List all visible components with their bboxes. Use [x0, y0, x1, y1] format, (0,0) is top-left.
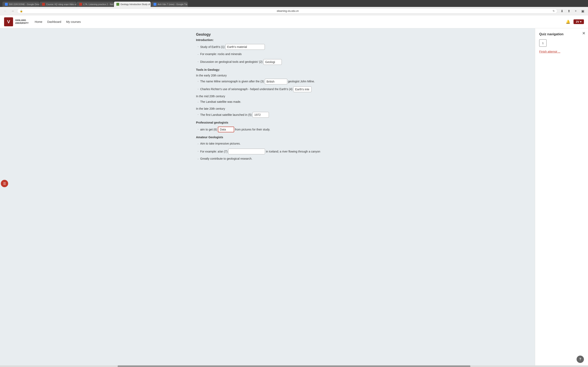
share-button[interactable]: ⬆: [566, 8, 572, 14]
quiz-card: Geology Introduction: · Study of Earth's…: [196, 28, 339, 167]
bullet-text: The Landsat satellite was made.: [200, 100, 241, 104]
new-tab-button[interactable]: +: [573, 8, 579, 14]
item8-after: from pictures for their study.: [235, 127, 270, 132]
browser-tab-tab3[interactable]: L7A. Listening practice 2 - Note/Form/Ta…: [77, 2, 113, 7]
quiz-nav-close-button[interactable]: ✕: [582, 31, 586, 36]
forward-button[interactable]: →: [10, 8, 16, 14]
item11-text: Greatly contribute to geological researc…: [200, 156, 252, 161]
bullet-icon: ·: [198, 127, 199, 132]
address-bar[interactable]: 🔒 elearning.vlu.edu.vn ↻: [17, 8, 557, 13]
item5-before: Charles Richter's use of seismograph - h…: [200, 87, 292, 91]
bullet-text: For example: a/an (7) in Iceland; a rive…: [200, 149, 320, 154]
mid-period-title: In the mid 20th century: [196, 95, 339, 98]
browser-tab-tab5[interactable]: Anh Văn 7 (new) - Google Tài liệu✕: [151, 2, 188, 7]
header-right: 🔔 2V ▾: [566, 19, 584, 24]
bullet-text: Aim to take impressive pictures.: [200, 141, 241, 146]
extensions-button[interactable]: ▣: [580, 8, 586, 14]
toolbar-actions: ⬇ ⬆ + ▣: [559, 8, 586, 14]
user-menu[interactable]: 2V ▾: [573, 19, 584, 24]
bullet-text: Greatly contribute to geological researc…: [200, 156, 252, 161]
list-item: · Greatly contribute to geological resea…: [196, 156, 339, 162]
bullet-text: For example: rocks and minerals: [200, 52, 242, 56]
professional-heading: Professional geologists: [196, 121, 339, 124]
list-item: · The Landsat satellite was made.: [196, 100, 339, 105]
browser-tab-tab2[interactable]: Course: Kỹ năng soạn thảo văn bản - 241.…: [40, 2, 76, 7]
list-item: · For example: a/an (7) in Iceland; a ri…: [196, 149, 339, 154]
bullet-icon: ·: [198, 44, 199, 49]
bullet-text: Charles Richter's use of seismograph - h…: [200, 86, 311, 92]
bullet-icon: ·: [198, 79, 199, 84]
item7-before: The first Landsat satellite launched in …: [200, 113, 251, 117]
quiz-nav-sidebar: ✕ Quiz navigation 1 Finish attempt ...: [535, 28, 588, 367]
bullet-text: The first Landsat satellite launched in …: [200, 112, 269, 118]
list-item: · Charles Richter's use of seismograph -…: [196, 86, 339, 92]
list-item: · aim to get (6) from pictures for their…: [196, 127, 339, 132]
nav-link-home[interactable]: Home: [35, 20, 42, 24]
nav-link-dashboard[interactable]: Dashboard: [47, 20, 61, 24]
answer-input-5[interactable]: [252, 112, 269, 118]
list-item: · The first Landsat satellite launched i…: [196, 112, 339, 118]
nav-link-my-courses[interactable]: My courses: [66, 20, 81, 24]
address-text: elearning.vlu.edu.vn: [24, 9, 552, 12]
chevron-down-icon: ▾: [580, 20, 581, 23]
logo-text: VANLANG UNIVERSITY: [15, 19, 29, 24]
bullet-icon: ·: [198, 149, 199, 154]
late-period-title: In the late 20th century: [196, 107, 339, 110]
lock-icon: 🔒: [20, 9, 23, 12]
answer-input-3[interactable]: [265, 79, 287, 84]
answer-input-7[interactable]: [228, 149, 265, 154]
item1-before: Study of Earth's (1): [200, 45, 224, 49]
subsection-title: Introduction:: [196, 38, 339, 42]
bullet-icon: ·: [198, 156, 199, 162]
item6-text: The Landsat satellite was made.: [200, 100, 241, 104]
content-wrapper: Geology Introduction: · Study of Earth's…: [0, 28, 535, 367]
help-button[interactable]: ?: [577, 356, 584, 363]
main-layout: Geology Introduction: · Study of Earth's…: [0, 28, 588, 367]
bullet-icon: ·: [198, 100, 199, 105]
bullet-text: Discussion on geological tools and geolo…: [200, 59, 282, 65]
item2-text: For example: rocks and minerals: [200, 52, 242, 56]
finish-attempt-link[interactable]: Finish attempt ...: [539, 50, 584, 53]
bottom-scrollbar[interactable]: [0, 365, 588, 367]
browser-tabs: 500 22/8 DONE - Google Drive✕Course: Kỹ …: [2, 2, 586, 7]
bullet-text: The name Milne seismograph is given afte…: [200, 79, 315, 84]
amateur-heading: Amateur Geologists: [196, 136, 339, 139]
bullet-icon: ·: [198, 112, 199, 117]
browser-toolbar: ← → 🔒 elearning.vlu.edu.vn ↻ ⬇ ⬆ + ▣: [0, 7, 588, 15]
answer-input-4[interactable]: [293, 86, 311, 92]
quiz-nav-number-1[interactable]: 1: [539, 39, 546, 47]
list-item: · The name Milne seismograph is given af…: [196, 79, 339, 84]
item3-before: Discussion on geological tools and geolo…: [200, 59, 262, 64]
answer-input-6[interactable]: [218, 127, 234, 132]
browser-tab-tab1[interactable]: 500 22/8 DONE - Google Drive✕: [2, 2, 39, 7]
notifications-button[interactable]: 🔔: [566, 20, 570, 24]
list-item: · Discussion on geological tools and geo…: [196, 59, 339, 65]
download-button[interactable]: ⬇: [559, 8, 565, 14]
nav-links: HomeDashboardMy courses: [35, 20, 81, 24]
item10-before: For example: a/an (7): [200, 149, 227, 154]
list-item: · For example: rocks and minerals: [196, 52, 339, 57]
item9-text: Aim to take impressive pictures.: [200, 141, 241, 146]
item4-after: geologist John Milne.: [288, 79, 315, 83]
section-title: Geology: [196, 33, 339, 37]
app-header: V VANLANG UNIVERSITY HomeDashboardMy cou…: [0, 15, 588, 28]
item4-before: The name Milne seismograph is given afte…: [200, 79, 264, 83]
sidebar-toggle-button[interactable]: ☰: [1, 180, 8, 187]
logo-v: V: [7, 19, 10, 25]
answer-input-1[interactable]: [225, 44, 265, 50]
quiz-nav-grid: 1: [539, 39, 584, 47]
reload-icon[interactable]: ↻: [553, 9, 555, 12]
bullet-text: aim to get (6) from pictures for their s…: [200, 127, 270, 132]
answer-input-2[interactable]: [263, 59, 282, 65]
bullet-text: Study of Earth's (1): [200, 44, 265, 50]
item8-before: aim to get (6): [200, 127, 217, 132]
back-button[interactable]: ←: [2, 8, 8, 14]
scrollbar-thumb: [118, 365, 470, 367]
bullet-icon: ·: [198, 86, 199, 92]
list-item: · Study of Earth's (1): [196, 44, 339, 50]
logo: V VANLANG UNIVERSITY: [4, 17, 29, 26]
quiz-nav-title: Quiz navigation: [539, 33, 584, 36]
browser-chrome: 500 22/8 DONE - Google Drive✕Course: Kỹ …: [0, 0, 588, 7]
bullet-icon: ·: [198, 141, 199, 147]
browser-tab-tab4[interactable]: Geology Introduction Study of Earths 1 F…: [114, 2, 151, 7]
